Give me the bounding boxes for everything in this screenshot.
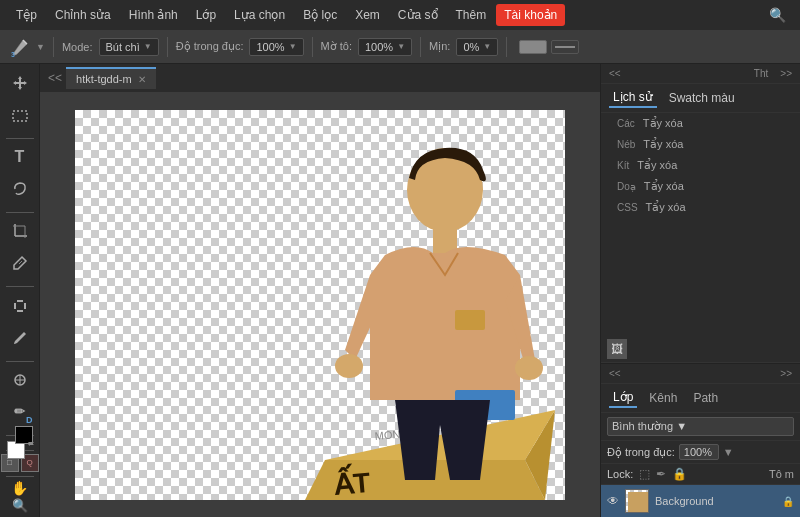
stroke-none-option[interactable] bbox=[551, 40, 579, 54]
canvas-wrapper[interactable]: ẤT MONO bbox=[40, 92, 600, 517]
svg-point-19 bbox=[515, 356, 543, 380]
search-icon[interactable]: 🔍 bbox=[763, 7, 792, 23]
foreground-color[interactable] bbox=[7, 441, 25, 459]
hand-tool[interactable]: ✋ bbox=[5, 480, 35, 496]
svg-rect-11 bbox=[24, 303, 26, 309]
tab-history[interactable]: Lịch sử bbox=[609, 88, 657, 108]
history-item-5[interactable]: CSS Tẩy xóa bbox=[601, 197, 800, 218]
layer-item-background[interactable]: 👁 Background 🔒 bbox=[601, 485, 800, 517]
layers-tabs: Lớp Kênh Path bbox=[601, 384, 800, 413]
move-tool[interactable] bbox=[5, 68, 35, 98]
layer-lock-badge: 🔒 bbox=[782, 496, 794, 507]
tab-close-button[interactable]: ✕ bbox=[138, 74, 146, 85]
fill-label: Tô m bbox=[769, 468, 794, 480]
history-brush-tool[interactable]: D ✏ bbox=[5, 397, 35, 427]
history-item-4[interactable]: Doạ Tẩy xóa bbox=[601, 176, 800, 197]
history-item-2[interactable]: Néb Tẩy xóa bbox=[601, 134, 800, 155]
menu-view[interactable]: Xem bbox=[347, 4, 388, 26]
panel-collapse-left[interactable]: << bbox=[605, 66, 625, 81]
history-footer: 🖼 bbox=[601, 336, 800, 363]
tab-layers[interactable]: Lớp bbox=[609, 388, 637, 408]
menu-select[interactable]: Lựa chọn bbox=[226, 4, 293, 26]
history-swatch-tabs: Lịch sử Swatch màu bbox=[601, 84, 800, 113]
menu-layer[interactable]: Lớp bbox=[188, 4, 224, 26]
layer-opacity-row: Độ trong đục: 100% ▼ bbox=[601, 441, 800, 464]
opacity-label: Độ trong đục: bbox=[176, 40, 244, 53]
options-toolbar: 3 ▼ Mode: Bút chì ▼ Độ trong đục: 100% ▼… bbox=[0, 30, 800, 64]
swap-colors-icon[interactable]: ⇌ bbox=[28, 440, 34, 448]
opacity-dropdown-arrow[interactable]: ▼ bbox=[723, 446, 734, 458]
layer-thumbnail bbox=[625, 489, 649, 513]
svg-rect-2 bbox=[13, 111, 27, 121]
type-tool[interactable]: T bbox=[5, 142, 35, 172]
panel-top-controls: << Tht >> bbox=[601, 64, 800, 84]
panel-collapse-right[interactable]: >> bbox=[776, 66, 796, 81]
brush-tool-icon[interactable]: 3 bbox=[6, 33, 34, 61]
tab-filename: htkt-tgdd-m bbox=[76, 73, 132, 85]
layer-thumb-content bbox=[628, 492, 648, 512]
main-area: T bbox=[0, 64, 800, 517]
mode-dropdown[interactable]: Bút chì ▼ bbox=[99, 38, 159, 56]
smooth-dropdown[interactable]: 0% ▼ bbox=[456, 38, 498, 56]
history-item-3[interactable]: Kít Tẩy xóa bbox=[601, 155, 800, 176]
lasso-tool[interactable] bbox=[5, 174, 35, 204]
mode-label: Mode: bbox=[62, 41, 93, 53]
tab-path[interactable]: Path bbox=[689, 389, 722, 407]
history-item-1[interactable]: Các Tẩy xóa bbox=[601, 113, 800, 134]
rectangle-select-tool[interactable] bbox=[5, 100, 35, 130]
toolbar-separator-5 bbox=[506, 37, 507, 57]
opacity-row-label: Độ trong đục: bbox=[607, 446, 675, 459]
layers-panel-collapse-right[interactable]: >> bbox=[776, 366, 796, 381]
stroke-solid-option[interactable] bbox=[519, 40, 547, 54]
menu-image[interactable]: Hình ảnh bbox=[121, 4, 186, 26]
menu-file[interactable]: Tệp bbox=[8, 4, 45, 26]
menu-more[interactable]: Thêm bbox=[448, 4, 495, 26]
layer-blend-mode-row: Bình thường ▼ bbox=[601, 413, 800, 441]
right-panel: << Tht >> Lịch sử Swatch màu Các Tẩy xóa… bbox=[600, 64, 800, 517]
history-action-3: Tẩy xóa bbox=[637, 159, 792, 172]
brush-tool[interactable] bbox=[5, 323, 35, 353]
layers-panel-collapse-left[interactable]: << bbox=[605, 366, 625, 381]
crop-tool[interactable] bbox=[5, 216, 35, 246]
clone-tool[interactable] bbox=[5, 365, 35, 395]
menu-account[interactable]: Tài khoản bbox=[496, 4, 565, 26]
layer-name: Background bbox=[655, 495, 776, 507]
layer-visibility-toggle[interactable]: 👁 bbox=[607, 494, 619, 508]
svg-rect-10 bbox=[14, 303, 16, 309]
canvas-document[interactable]: ẤT MONO bbox=[75, 110, 565, 500]
tool-group-selection bbox=[5, 68, 35, 130]
tab-prev-arrow[interactable]: << bbox=[44, 71, 66, 85]
menu-window[interactable]: Cửa sổ bbox=[390, 4, 446, 26]
menu-filter[interactable]: Bộ lọc bbox=[295, 4, 345, 26]
svg-rect-9 bbox=[17, 310, 23, 312]
color-swatch[interactable]: ⇌ bbox=[5, 439, 35, 445]
lock-position-icon[interactable]: ✒ bbox=[656, 467, 666, 481]
healing-tool[interactable] bbox=[5, 291, 35, 321]
layers-panel: << >> Lớp Kênh Path Bình thường ▼ Độ tro… bbox=[601, 363, 800, 517]
smooth-label: Mịn: bbox=[429, 40, 450, 53]
history-action-1: Tẩy xóa bbox=[643, 117, 792, 130]
lock-all-icon[interactable]: 🔒 bbox=[672, 467, 687, 481]
brush-tool-arrow[interactable]: ▼ bbox=[36, 42, 45, 52]
history-label-3: Kít bbox=[609, 158, 637, 173]
lock-row-label: Lock: bbox=[607, 468, 633, 480]
menu-edit[interactable]: Chỉnh sửa bbox=[47, 4, 119, 26]
history-list: Các Tẩy xóa Néb Tẩy xóa Kít Tẩy xóa Doạ … bbox=[601, 113, 800, 336]
flow-dropdown[interactable]: 100% ▼ bbox=[358, 38, 412, 56]
toolbar-separator-3 bbox=[312, 37, 313, 57]
zoom-tool[interactable]: 🔍 bbox=[5, 498, 35, 513]
blend-mode-dropdown[interactable]: Bình thường ▼ bbox=[607, 417, 794, 436]
toolbar-separator-1 bbox=[53, 37, 54, 57]
canvas-image: ẤT MONO bbox=[75, 110, 565, 500]
history-snapshot-icon[interactable]: 🖼 bbox=[607, 339, 627, 359]
history-label-5: CSS bbox=[609, 200, 646, 215]
canvas-tab-active[interactable]: htkt-tgdd-m ✕ bbox=[66, 67, 156, 89]
opacity-input[interactable]: 100% bbox=[679, 444, 719, 460]
opacity-dropdown[interactable]: 100% ▼ bbox=[249, 38, 303, 56]
tool-group-crop bbox=[5, 216, 35, 278]
eyedropper-tool[interactable] bbox=[5, 248, 35, 278]
lock-pixels-icon[interactable]: ⬚ bbox=[639, 467, 650, 481]
tab-channels[interactable]: Kênh bbox=[645, 389, 681, 407]
panel-history-label: Tht bbox=[750, 66, 772, 81]
tab-swatch[interactable]: Swatch màu bbox=[665, 89, 739, 107]
